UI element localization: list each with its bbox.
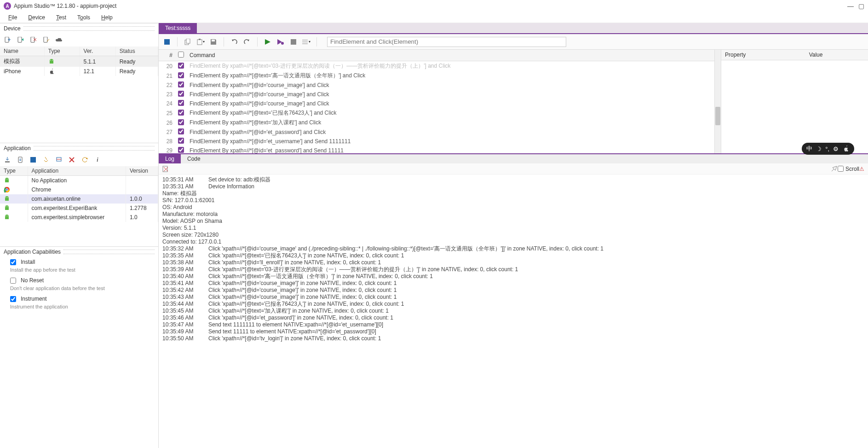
ime-zh-icon[interactable]: 中 [806, 145, 812, 153]
title-bar: A Appium Studio™ 12.1.80 - appium-projec… [0, 0, 868, 12]
info-app-icon[interactable]: i [94, 156, 101, 163]
menu-file[interactable]: File [3, 13, 23, 22]
cmd-enable-checkbox[interactable] [178, 81, 184, 87]
app-row[interactable]: Chrome [0, 185, 158, 194]
cmd-enable-checkbox[interactable] [178, 128, 184, 134]
save-icon[interactable] [209, 37, 218, 47]
tab-code[interactable]: Code [181, 154, 207, 163]
clean-app-icon[interactable] [42, 156, 50, 163]
device-col-name[interactable]: Name [0, 47, 44, 56]
command-row[interactable]: 25FindElement By xpath=//*[@text='已报名764… [159, 108, 714, 118]
minimize-button[interactable]: — [847, 2, 854, 10]
ime-apple-icon[interactable] [842, 145, 850, 152]
menu-test[interactable]: Test [51, 13, 72, 22]
svg-rect-8 [44, 37, 47, 42]
log-timestamp: 10:35:49 AM [162, 328, 201, 335]
device-row[interactable]: iPhone12.1Ready [0, 67, 158, 76]
log-area[interactable]: 10:35:31 AMSet device to: adb:模拟器10:35:3… [159, 175, 868, 448]
menu-help[interactable]: Help [96, 13, 118, 22]
app-row[interactable]: com.experitest.simplebrowser1.0 [0, 213, 158, 222]
app-row[interactable]: com.aixuetan.online1.0.0 [0, 194, 158, 204]
import-app-icon[interactable] [4, 156, 11, 163]
log-info: Screen size: 720x1280 [162, 232, 218, 239]
copy-icon[interactable] [183, 37, 192, 47]
command-row[interactable]: 21FindElement By xpath=//*[@text='高一语文通用… [159, 71, 714, 81]
props-col-value[interactable]: Value [805, 50, 868, 60]
install-app-icon[interactable] [17, 156, 24, 163]
command-row[interactable]: 23FindElement By xpath=//*[@id='course_i… [159, 90, 714, 99]
edit-device-icon[interactable] [42, 36, 50, 44]
maximize-button[interactable]: ▢ [858, 2, 864, 10]
cmd-scrollbar[interactable] [714, 50, 721, 153]
add-device-icon[interactable] [4, 36, 11, 44]
stop-run-icon[interactable] [289, 37, 298, 47]
menu-file-label: ile [11, 14, 17, 21]
command-row[interactable]: 27FindElement By xpath=//*[@id='et_passw… [159, 128, 714, 137]
app-col-ver[interactable]: Version [126, 166, 158, 176]
command-row[interactable]: 28FindElement By xpath=//*[@id='et_usern… [159, 137, 714, 146]
cmd-enable-checkbox[interactable] [178, 138, 184, 144]
ime-gear-icon[interactable]: ⚙ [833, 145, 839, 152]
device-col-status[interactable]: Status [115, 47, 158, 56]
props-col-property[interactable]: Property [721, 50, 805, 60]
tab-log[interactable]: Log [159, 154, 181, 163]
cloud-device-icon[interactable] [55, 36, 63, 44]
cmd-col-num[interactable]: # [159, 50, 175, 61]
cmd-col-command[interactable]: Command [187, 50, 714, 61]
cmd-enable-checkbox[interactable] [178, 100, 184, 106]
app-col-type[interactable]: Type [0, 166, 28, 176]
cmd-enable-checkbox[interactable] [178, 119, 184, 125]
log-warn-icon[interactable]: ⚠ [859, 166, 864, 172]
sync-app-icon[interactable] [81, 156, 88, 163]
scroll-checkbox[interactable] [838, 166, 844, 172]
log-timestamp: 10:35:41 AM [162, 280, 201, 287]
app-row[interactable]: com.experitest.ExperiBank1.2778 [0, 204, 158, 213]
log-timestamp: 10:35:35 AM [162, 252, 201, 259]
log-settings-icon[interactable] [831, 166, 838, 172]
run-icon[interactable] [263, 37, 272, 47]
noreset-checkbox[interactable] [10, 278, 16, 284]
editor-tab[interactable]: Test:sssss [159, 23, 197, 33]
menu-device[interactable]: Device [23, 13, 51, 22]
clear-log-icon[interactable] [162, 166, 169, 172]
delete-app-icon[interactable] [68, 156, 75, 163]
stop-app-icon[interactable] [29, 156, 37, 163]
log-line: 10:35:42 AMClick 'xpath=//*[@id='course_… [162, 287, 864, 294]
device-row[interactable]: 模拟器5.1.1Ready [0, 56, 158, 67]
ime-moon-icon[interactable]: ☽ [816, 145, 822, 152]
cmd-col-check[interactable] [175, 50, 187, 61]
device-col-type[interactable]: Type [44, 47, 80, 56]
play-device-icon[interactable] [17, 36, 24, 44]
ime-comma-icon[interactable]: °, [825, 145, 829, 152]
ime-floating-bar[interactable]: 中 ☽ °, ⚙ [802, 143, 854, 155]
options-icon[interactable]: ▾ [302, 37, 311, 47]
app-col-name[interactable]: Application [28, 166, 126, 176]
cmd-enable-checkbox[interactable] [178, 91, 184, 97]
log-timestamp: 10:35:40 AM [162, 273, 201, 280]
build-app-icon[interactable] [55, 156, 63, 163]
cmd-enable-checkbox[interactable] [178, 72, 184, 78]
cmd-enable-checkbox[interactable] [178, 147, 184, 153]
remove-device-icon[interactable] [29, 36, 37, 44]
redo-icon[interactable] [242, 37, 252, 47]
run-debug-icon[interactable] [276, 37, 285, 47]
device-col-ver[interactable]: Ver. [80, 47, 115, 56]
paste-icon[interactable]: ▾ [196, 37, 205, 47]
cmd-enable-checkbox[interactable] [178, 63, 184, 69]
command-row[interactable]: 22FindElement By xpath=//*[@id='course_i… [159, 81, 714, 90]
undo-icon[interactable] [230, 37, 239, 47]
command-search-input[interactable] [327, 37, 566, 47]
cmd-check-all[interactable] [178, 52, 184, 58]
install-checkbox[interactable] [10, 259, 16, 265]
log-message: Click 'xpath=//*[@id='tv_login']' in zon… [208, 335, 381, 342]
command-row[interactable]: 26FindElement By xpath=//*[@text='加入课程']… [159, 118, 714, 128]
menu-tools[interactable]: Tools [72, 13, 96, 22]
cmd-enable-checkbox[interactable] [178, 110, 184, 116]
command-row[interactable]: 20FindElement By xpath=//*[@text='03-进行更… [159, 61, 714, 71]
app-row[interactable]: No Application [0, 176, 158, 186]
stop-icon[interactable] [162, 37, 172, 47]
cmd-scroll-thumb[interactable] [715, 107, 720, 125]
instrument-checkbox[interactable] [10, 296, 16, 302]
command-row[interactable]: 29FindElement By xpath=//*[@id='et_passw… [159, 146, 714, 153]
command-row[interactable]: 24FindElement By xpath=//*[@id='course_i… [159, 99, 714, 108]
